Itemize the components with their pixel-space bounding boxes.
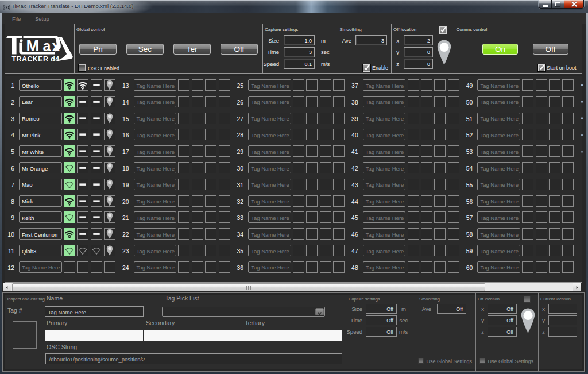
svg-text:M: M: [26, 37, 40, 55]
svg-text:TRACKER d4: TRACKER d4: [12, 55, 60, 63]
svg-text:x: x: [52, 38, 60, 54]
svg-text:a: a: [43, 38, 52, 54]
